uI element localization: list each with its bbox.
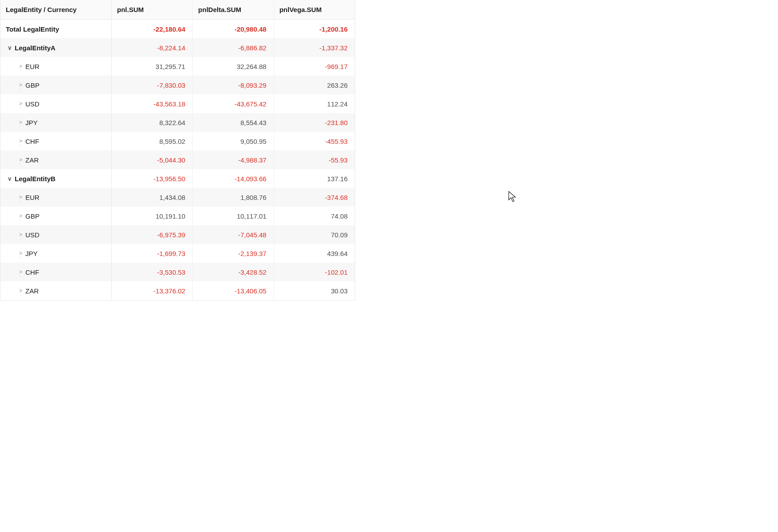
cell-value: -1,337.32	[274, 38, 355, 57]
currency-label[interactable]: EUR	[0, 188, 112, 207]
entity-label[interactable]: LegalEntityB	[0, 169, 112, 188]
cell-value: 1,808.76	[193, 188, 274, 207]
cell-value: -455.93	[274, 132, 355, 150]
currency-code: EUR	[25, 63, 40, 70]
cell-value: 74.08	[274, 207, 355, 225]
expand-leaf-icon[interactable]	[19, 288, 23, 294]
currency-label[interactable]: GBP	[0, 76, 112, 94]
cell-value: 263.26	[274, 76, 355, 94]
dim-header[interactable]: LegalEntity / Currency	[0, 0, 112, 19]
cell-value: 137.16	[274, 169, 355, 188]
currency-row[interactable]: ZAR-13,376.02-13,406.0530.03	[0, 281, 355, 300]
expand-leaf-icon[interactable]	[19, 63, 23, 69]
cell-value: -8,224.14	[112, 38, 193, 57]
currency-label[interactable]: CHF	[0, 263, 112, 281]
cell-value: -102.01	[274, 263, 355, 281]
currency-label[interactable]: EUR	[0, 57, 112, 76]
currency-row[interactable]: GBP-7,830.03-8,093.29263.26	[0, 76, 355, 94]
currency-label[interactable]: USD	[0, 225, 112, 244]
entity-label[interactable]: LegalEntityA	[0, 38, 112, 57]
expand-leaf-icon[interactable]	[19, 119, 23, 126]
cell-value: -8,093.29	[193, 76, 274, 94]
currency-code: USD	[25, 100, 40, 108]
entity-name: LegalEntityA	[15, 44, 56, 52]
currency-label[interactable]: ZAR	[0, 281, 112, 300]
cell-value: -6,975.39	[112, 225, 193, 244]
cell-value: -43,563.18	[112, 94, 193, 113]
expand-leaf-icon[interactable]	[19, 250, 23, 256]
cell-value: 8,554.43	[193, 113, 274, 132]
table-header-row: LegalEntity / Currency pnl.SUM pnlDelta.…	[0, 0, 355, 20]
currency-row[interactable]: JPY-1,699.73-2,139.37439.64	[0, 244, 355, 263]
expand-leaf-icon[interactable]	[19, 194, 23, 200]
expand-leaf-icon[interactable]	[19, 269, 23, 275]
expand-leaf-icon[interactable]	[19, 157, 23, 163]
expand-leaf-icon[interactable]	[19, 101, 23, 107]
mouse-cursor	[508, 191, 517, 204]
cell-value: -6,886.82	[193, 38, 274, 57]
cell-value: -5,044.30	[112, 150, 193, 169]
currency-code: JPY	[25, 250, 38, 257]
currency-row[interactable]: JPY8,322.648,554.43-231.80	[0, 113, 355, 132]
currency-label[interactable]: JPY	[0, 244, 112, 263]
cell-value: -374.68	[274, 188, 355, 207]
expand-leaf-icon[interactable]	[19, 82, 23, 88]
cell-value: -4,988.37	[193, 150, 274, 169]
currency-label[interactable]: GBP	[0, 207, 112, 225]
col-header-pnldelta[interactable]: pnlDelta.SUM	[193, 0, 274, 19]
cell-value: 70.09	[274, 225, 355, 244]
cell-value: 439.64	[274, 244, 355, 263]
currency-code: EUR	[25, 194, 40, 201]
currency-code: ZAR	[25, 156, 39, 164]
currency-row[interactable]: USD-43,563.18-43,675.42112.24	[0, 94, 355, 113]
currency-row[interactable]: EUR31,295.7132,264.88-969.17	[0, 57, 355, 76]
currency-label[interactable]: USD	[0, 94, 112, 113]
currency-label[interactable]: CHF	[0, 132, 112, 150]
cell-value: -43,675.42	[193, 94, 274, 113]
cell-value: 8,595.02	[112, 132, 193, 150]
cell-value: 31,295.71	[112, 57, 193, 76]
cell-value: -2,139.37	[193, 244, 274, 263]
cell-value: 1,434.08	[112, 188, 193, 207]
currency-row[interactable]: EUR1,434.081,808.76-374.68	[0, 188, 355, 207]
entity-name: LegalEntityB	[15, 175, 56, 183]
currency-label[interactable]: ZAR	[0, 150, 112, 169]
chevron-down-icon[interactable]	[8, 45, 12, 51]
currency-row[interactable]: CHF-3,530.53-3,428.52-102.01	[0, 263, 355, 281]
cell-value: -13,956.50	[112, 169, 193, 188]
cell-value: -13,406.05	[193, 281, 274, 300]
cell-value: -3,530.53	[112, 263, 193, 281]
cell-value: 112.24	[274, 94, 355, 113]
col-header-pnlvega[interactable]: pnlVega.SUM	[274, 0, 355, 19]
currency-code: GBP	[25, 81, 40, 89]
cell-value: -231.80	[274, 113, 355, 132]
chevron-down-icon[interactable]	[8, 176, 12, 182]
currency-row[interactable]: GBP10,191.1010,117.0174.08	[0, 207, 355, 225]
currency-row[interactable]: ZAR-5,044.30-4,988.37-55.93	[0, 150, 355, 169]
total-label: Total LegalEntity	[0, 20, 112, 38]
currency-row[interactable]: CHF8,595.029,050.95-455.93	[0, 132, 355, 150]
cell-value: 9,050.95	[193, 132, 274, 150]
entity-row[interactable]: LegalEntityA-8,224.14-6,886.82-1,337.32	[0, 38, 355, 57]
entity-row[interactable]: LegalEntityB-13,956.50-14,093.66137.16	[0, 169, 355, 188]
cell-value: -969.17	[274, 57, 355, 76]
expand-leaf-icon[interactable]	[19, 213, 23, 219]
currency-label[interactable]: JPY	[0, 113, 112, 132]
cell-value: 10,191.10	[112, 207, 193, 225]
cell-value: 32,264.88	[193, 57, 274, 76]
cell-value: -7,830.03	[112, 76, 193, 94]
currency-code: JPY	[25, 119, 38, 126]
cell-value: 8,322.64	[112, 113, 193, 132]
cell-value: -1,200.16	[274, 20, 355, 38]
cell-value: 30.03	[274, 281, 355, 300]
total-row[interactable]: Total LegalEntity -22,180.64 -20,980.48 …	[0, 20, 355, 38]
expand-leaf-icon[interactable]	[19, 138, 23, 144]
pivot-table: LegalEntity / Currency pnl.SUM pnlDelta.…	[0, 0, 355, 301]
col-header-pnl[interactable]: pnl.SUM	[112, 0, 193, 19]
cell-value: -3,428.52	[193, 263, 274, 281]
currency-code: GBP	[25, 212, 40, 220]
cell-value: -1,699.73	[112, 244, 193, 263]
cell-value: 10,117.01	[193, 207, 274, 225]
expand-leaf-icon[interactable]	[19, 231, 23, 238]
currency-row[interactable]: USD-6,975.39-7,045.4870.09	[0, 225, 355, 244]
